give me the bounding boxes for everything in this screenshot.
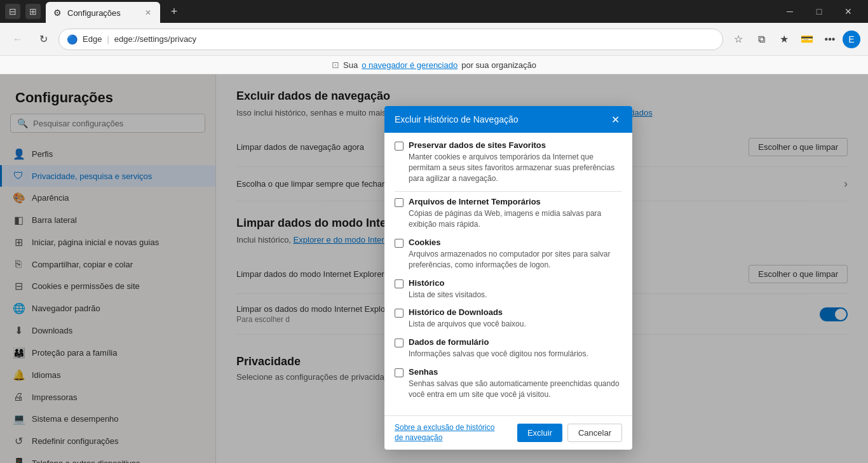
dialog-item-arquivos-temp: Arquivos de Internet Temporários Cópias … <box>395 197 622 230</box>
address-url: edge://settings/privacy <box>114 34 196 44</box>
formulario-title: Dados de formulário <box>409 337 489 347</box>
checkbox-arquivos-temp[interactable] <box>395 198 403 207</box>
maximize-button[interactable]: □ <box>804 0 834 23</box>
collections-button[interactable]: ★ <box>774 29 794 50</box>
tab-close-button[interactable]: ✕ <box>144 7 153 18</box>
dialog-item-historico-downloads: Histórico de Downloads Lista de arquivos… <box>395 307 622 330</box>
dialog-divider-1 <box>395 191 622 192</box>
new-tab-button[interactable]: + <box>165 3 183 20</box>
dialog-item-historico: Histórico Lista de sites visitados. <box>395 278 622 300</box>
arquivos-temp-desc: Cópias de páginas da Web, imagens e mídi… <box>395 208 622 230</box>
historico-title: Histórico <box>409 278 444 288</box>
more-button[interactable]: ••• <box>820 29 840 50</box>
close-button[interactable]: ✕ <box>834 0 863 23</box>
notification-text-after: por sua organização <box>461 60 536 70</box>
dialog-close-button[interactable]: ✕ <box>608 112 622 126</box>
dialog-item-cookies: Cookies Arquivos armazenados no computad… <box>395 238 622 271</box>
checkbox-cookies[interactable] <box>395 239 403 248</box>
senhas-desc: Senhas salvas que são automaticamente pr… <box>395 379 622 400</box>
clear-history-dialog: Excluir Histórico de Navegação ✕ Preserv… <box>384 106 632 450</box>
favoritos-title: Preservar dados de sites Favoritos <box>409 140 546 150</box>
edge-icon: 🔵 <box>67 34 78 44</box>
checkbox-historico[interactable] <box>395 279 403 288</box>
main-content: Configurações 🔍 👤 Perfis 🛡 Privacidade, … <box>0 74 868 463</box>
dialog-item-senhas: Senhas Senhas salvas que são automaticam… <box>395 367 622 400</box>
dialog-item-formulario: Dados de formulário Informações salvas q… <box>395 337 622 359</box>
split-screen-button[interactable]: ⧉ <box>751 29 771 50</box>
address-brand: Edge <box>83 34 102 44</box>
checkbox-favoritos[interactable] <box>395 142 403 151</box>
senhas-title: Senhas <box>409 367 438 377</box>
checkbox-formulario[interactable] <box>395 339 403 347</box>
address-bar[interactable]: 🔵 Edge | edge://settings/privacy <box>58 29 723 50</box>
cookies-desc: Arquivos armazenados no computador por s… <box>395 249 622 271</box>
tab-favicon: ⚙ <box>53 8 64 18</box>
window-controls: ─ □ ✕ <box>775 0 863 23</box>
toolbar-actions: ☆ ⧉ ★ 💳 ••• E <box>728 29 860 50</box>
dialog-footer: Sobre a exclusão de histórico de navegaç… <box>384 415 632 450</box>
cancelar-button[interactable]: Cancelar <box>567 424 622 442</box>
minimize-button[interactable]: ─ <box>775 0 804 23</box>
dialog-item-favoritos: Preservar dados de sites Favoritos Mante… <box>395 140 622 184</box>
excluir-button[interactable]: Excluir <box>517 424 562 442</box>
tab-grid-icon[interactable]: ⊞ <box>25 4 41 19</box>
favorites-button[interactable]: ☆ <box>728 29 749 50</box>
checkbox-senhas[interactable] <box>395 368 403 377</box>
refresh-button[interactable]: ↻ <box>33 29 53 50</box>
cookies-title: Cookies <box>409 238 441 247</box>
tab-list-icon[interactable]: ⊟ <box>5 4 20 19</box>
historico-downloads-desc: Lista de arquivos que você baixou. <box>395 319 622 330</box>
notification-text-before: Sua <box>343 60 358 70</box>
back-button[interactable]: ← <box>8 29 28 50</box>
historico-downloads-title: Histórico de Downloads <box>409 307 503 317</box>
exclusao-link[interactable]: Sobre a exclusão de histórico de navegaç… <box>395 422 494 444</box>
active-tab[interactable]: ⚙ Configurações ✕ <box>46 2 160 23</box>
notification-icon: ⊡ <box>332 60 339 70</box>
browser-frame: ⊟ ⊞ ⚙ Configurações ✕ + ─ □ ✕ ← ↻ 🔵 Edge… <box>0 0 868 463</box>
toolbar: ← ↻ 🔵 Edge | edge://settings/privacy ☆ ⧉… <box>0 23 868 56</box>
dialog-actions: Excluir Cancelar <box>517 424 622 442</box>
title-bar: ⊟ ⊞ ⚙ Configurações ✕ + ─ □ ✕ <box>0 0 868 23</box>
arquivos-temp-title: Arquivos de Internet Temporários <box>409 197 541 206</box>
formulario-desc: Informações salvas que você digitou nos … <box>395 349 622 359</box>
dialog-body: Preservar dados de sites Favoritos Mante… <box>384 133 632 415</box>
favoritos-desc: Manter cookies e arquivos temporários da… <box>395 152 622 184</box>
tab-title: Configurações <box>67 8 121 18</box>
notification-link[interactable]: o navegador é gerenciado <box>362 60 458 70</box>
checkbox-historico-downloads[interactable] <box>395 309 403 318</box>
historico-desc: Lista de sites visitados. <box>395 290 622 300</box>
user-avatar[interactable]: E <box>843 30 860 48</box>
wallet-button[interactable]: 💳 <box>797 29 817 50</box>
notification-bar: ⊡ Sua o navegador é gerenciado por sua o… <box>0 56 868 74</box>
dialog-title: Excluir Histórico de Navegação <box>395 114 519 124</box>
dialog-header: Excluir Histórico de Navegação ✕ <box>384 106 632 133</box>
address-separator: | <box>107 34 109 44</box>
